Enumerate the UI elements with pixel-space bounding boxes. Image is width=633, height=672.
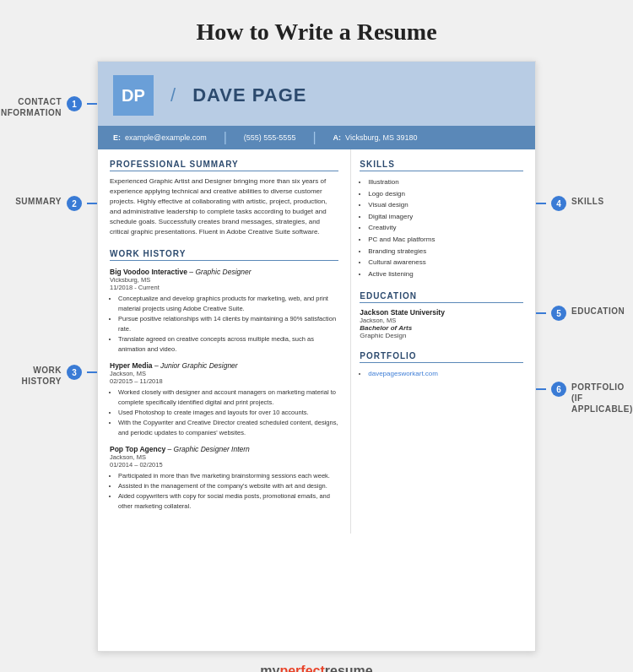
annotation-number-5: 5 (551, 306, 566, 321)
job-2-company: Hyper Media – Junior Graphic Designer (110, 361, 338, 370)
annotation-line-1 (87, 103, 97, 105)
annotation-number-2: 2 (67, 196, 82, 211)
edu-degree: Bachelor of Arts (360, 324, 523, 332)
job-3-bullet-2: Assisted in the management of the compan… (118, 481, 338, 491)
annotation-number-4: 4 (551, 196, 566, 211)
job-1-bullets: Conceptualize and develop graphics produ… (118, 294, 338, 355)
left-annotations: CONTACTINFORMATION 1 SUMMARY 2 WORKHISTO… (13, 61, 97, 652)
annotation-line-4 (536, 203, 546, 204)
job-2-location: Jackson, MS (110, 370, 338, 377)
annotation-number-1: 1 (67, 96, 82, 111)
annotation-work: WORKHISTORY 3 (22, 365, 97, 387)
annotation-line-3 (87, 371, 97, 373)
job-2-date: 02/2015 – 11/2018 (110, 377, 338, 385)
job-1-date: 11/2018 - Current (110, 284, 338, 291)
annotation-line-5 (536, 312, 546, 314)
job-2: Hyper Media – Junior Graphic Designer Ja… (110, 361, 338, 438)
edu-school: Jackson State University (360, 308, 523, 317)
skills-list: Illustration Logo design Visual design D… (368, 176, 523, 279)
annotation-label-education: EDUCATION (571, 306, 625, 317)
skills-title: SKILLS (360, 160, 523, 171)
job-3-location: Jackson, MS (110, 453, 338, 461)
skill-1: Illustration (368, 176, 523, 188)
portfolio-title: PORTFOLIO (360, 351, 523, 363)
footer-perfect: perfect (279, 664, 324, 672)
page-title: How to Write a Resume (196, 0, 436, 61)
email-value: example@example.com (125, 133, 207, 142)
section-education: EDUCATION Jackson State University Jacks… (360, 291, 523, 339)
job-1-company: Big Voodoo Interactive – Graphic Designe… (110, 268, 338, 276)
skill-6: PC and Mac platforms (368, 234, 523, 246)
annotation-label-portfolio: PORTFOLIO(IF APPLICABLE) (571, 382, 633, 415)
footer: myperfectresume (260, 652, 372, 672)
job-3-date: 01/2014 – 02/2015 (110, 461, 338, 469)
annotation-line-6 (536, 388, 546, 390)
annotation-summary: SUMMARY 2 (15, 196, 97, 211)
annotation-line-2 (87, 203, 97, 204)
job-1: Big Voodoo Interactive – Graphic Designe… (110, 268, 338, 355)
contact-address: A: Vicksburg, MS 39180 (333, 130, 418, 145)
job-1-bullet-1: Conceptualize and develop graphics produ… (118, 294, 338, 314)
job-2-bullet-1: Worked closely with designer and account… (118, 387, 338, 408)
resume-left-col: PROFESSIONAL SUMMARY Experienced Graphic… (98, 149, 351, 534)
right-annotations: 4 SKILLS 5 EDUCATION 6 PORTFOLIO(IF APPL… (536, 61, 620, 652)
portfolio-link: davepagesworkart.com (368, 370, 438, 377)
contact-sep-1: | (224, 130, 227, 145)
annotation-number-3: 3 (67, 365, 82, 380)
skill-8: Cultural awareness (368, 257, 523, 268)
job-3-bullet-3: Aided copywriters with copy for social m… (118, 491, 338, 512)
name-divider: / (170, 84, 176, 106)
annotation-number-6: 6 (551, 382, 566, 397)
education-title: EDUCATION (360, 291, 523, 303)
annotation-label-skills: SKILLS (571, 196, 604, 207)
summary-title: PROFESSIONAL SUMMARY (110, 160, 338, 171)
job-3-company: Pop Top Agency – Graphic Designer Intern (110, 445, 338, 453)
main-layout: CONTACTINFORMATION 1 SUMMARY 2 WORKHISTO… (13, 61, 620, 652)
skill-9: Active listening (368, 268, 523, 280)
annotation-education: 5 EDUCATION (536, 306, 625, 321)
section-work-history: WORK HISTORY Big Voodoo Interactive – Gr… (110, 249, 338, 512)
avatar: DP (113, 75, 154, 116)
address-value: Vicksburg, MS 39180 (345, 133, 417, 142)
footer-resume: resume (325, 664, 373, 672)
address-label: A: (333, 133, 342, 142)
job-1-bullet-3: Translate agreed on creative concepts ac… (118, 334, 338, 355)
edu-entry-1: Jackson State University Jackson, MS Bac… (360, 308, 523, 339)
phone-value: (555) 555-5555 (244, 133, 296, 142)
job-2-bullets: Worked closely with designer and account… (118, 387, 338, 438)
resume-paper: DP / DAVE PAGE E: example@example.com | … (97, 61, 536, 652)
skill-3: Visual design (368, 199, 523, 211)
resume-header: DP / DAVE PAGE (98, 62, 535, 126)
skill-2: Logo design (368, 188, 523, 200)
footer-my: my (260, 664, 279, 672)
contact-sep-2: | (312, 130, 316, 145)
annotation-label-contact: CONTACTINFORMATION (0, 96, 62, 118)
job-2-bullet-3: With the Copywriter and Creative Directo… (118, 418, 338, 438)
job-2-bullet-2: Used Photoshop to create images and layo… (118, 408, 338, 418)
resume-right-col: SKILLS Illustration Logo design Visual d… (351, 149, 535, 534)
edu-location: Jackson, MS (360, 317, 523, 324)
email-label: E: (113, 133, 121, 142)
annotation-contact: CONTACTINFORMATION 1 (0, 96, 97, 118)
job-1-bullet-2: Pursue positive relationships with 14 cl… (118, 314, 338, 334)
job-3: Pop Top Agency – Graphic Designer Intern… (110, 445, 338, 512)
job-3-bullets: Participated in more than five marketing… (118, 471, 338, 512)
portfolio-list: davepagesworkart.com (368, 368, 523, 380)
work-history-title: WORK HISTORY (110, 249, 338, 261)
job-1-location: Vicksburg, MS (110, 276, 338, 284)
annotation-skills: 4 SKILLS (536, 196, 604, 211)
job-3-bullet-1: Participated in more than five marketing… (118, 471, 338, 481)
annotation-portfolio: 6 PORTFOLIO(IF APPLICABLE) (536, 382, 633, 415)
edu-field: Graphic Design (360, 332, 523, 339)
skill-7: Branding strategies (368, 246, 523, 257)
resume-body: PROFESSIONAL SUMMARY Experienced Graphic… (98, 149, 535, 534)
contact-email: E: example@example.com (113, 130, 207, 145)
section-skills: SKILLS Illustration Logo design Visual d… (360, 160, 523, 279)
annotation-label-summary: SUMMARY (15, 196, 62, 207)
skill-5: Creativity (368, 222, 523, 234)
annotation-label-work: WORKHISTORY (22, 365, 62, 387)
skill-4: Digital imagery (368, 211, 523, 223)
summary-text: Experienced Graphic Artist and Designer … (110, 176, 338, 237)
resume-name: DAVE PAGE (192, 84, 306, 106)
section-summary: PROFESSIONAL SUMMARY Experienced Graphic… (110, 160, 338, 237)
